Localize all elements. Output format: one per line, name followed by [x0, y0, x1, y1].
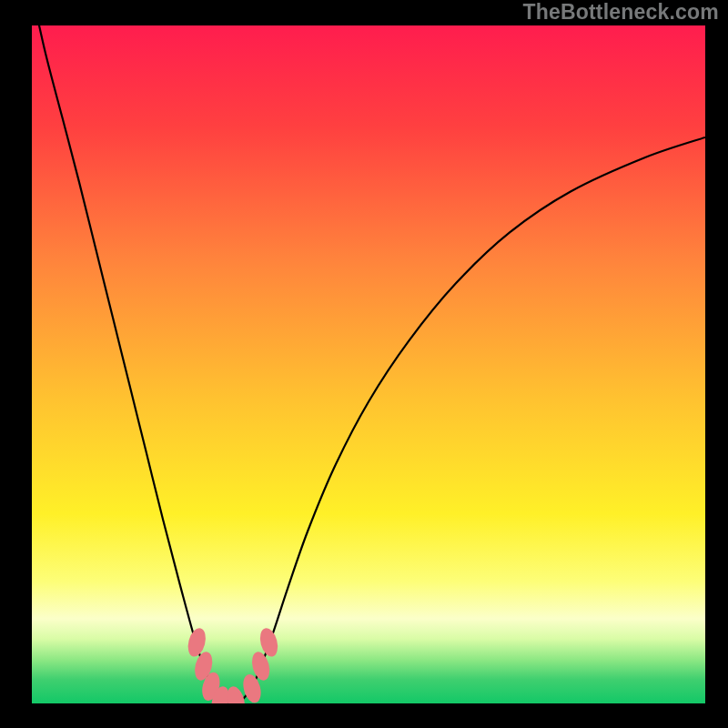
plot-background	[32, 25, 705, 703]
bottleneck-chart	[0, 0, 728, 728]
watermark-text: TheBottleneck.com	[522, 0, 719, 25]
chart-frame: { "watermark": "TheBottleneck.com", "cha…	[0, 0, 728, 728]
